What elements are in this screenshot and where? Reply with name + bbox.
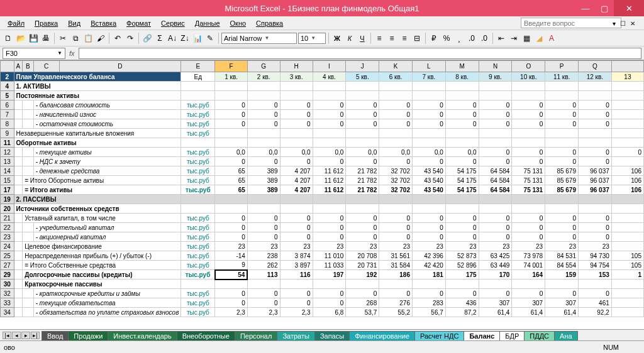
sheet-tab-Ана[interactable]: Ана	[554, 331, 578, 340]
cell[interactable]	[379, 204, 413, 214]
cell[interactable]	[346, 195, 379, 204]
menu-tools[interactable]: Сервис	[156, 18, 190, 29]
cell[interactable]: 0	[346, 223, 379, 232]
cell[interactable]	[313, 91, 346, 100]
row-header-12[interactable]: 12	[1, 148, 14, 157]
col-header-M[interactable]: M	[445, 61, 479, 72]
sheet-tab-Запасы[interactable]: Запасы	[314, 331, 350, 340]
cell[interactable]: 0	[445, 223, 479, 232]
cell[interactable]: 31 561	[379, 251, 413, 261]
cell[interactable]: 0	[445, 214, 479, 223]
cell[interactable]: 32 702	[379, 176, 413, 185]
cell[interactable]	[280, 204, 313, 214]
row-header-14[interactable]: 14	[1, 166, 14, 176]
cell[interactable]	[545, 280, 579, 289]
cell[interactable]	[512, 82, 545, 91]
cell[interactable]	[346, 204, 379, 214]
cell[interactable]	[512, 204, 545, 214]
cell[interactable]: 0	[445, 157, 479, 166]
cell[interactable]	[512, 195, 545, 204]
menu-help[interactable]: Справка	[251, 18, 288, 29]
cell[interactable]: 0,0	[445, 148, 479, 157]
cell[interactable]: 23	[512, 242, 545, 251]
cell[interactable]	[247, 91, 280, 100]
cell[interactable]: 84 554	[545, 261, 579, 270]
cell[interactable]	[413, 129, 446, 138]
bold-icon[interactable]: Ж	[331, 33, 343, 44]
cell[interactable]	[578, 204, 611, 214]
row-header-24[interactable]: 24	[1, 242, 14, 251]
cell[interactable]: 307	[479, 298, 512, 308]
cell[interactable]: 0	[346, 157, 379, 166]
cell[interactable]: 0	[479, 148, 512, 157]
cell[interactable]: 0	[578, 100, 611, 110]
cell[interactable]: 32 702	[379, 185, 413, 195]
cell[interactable]	[346, 91, 379, 100]
cell[interactable]: 0	[578, 223, 611, 232]
menu-edit[interactable]: Правка	[30, 18, 63, 29]
cell[interactable]: 0	[280, 110, 313, 119]
cell[interactable]	[413, 138, 446, 148]
cell[interactable]	[215, 138, 248, 148]
redo-icon[interactable]: ↷	[125, 33, 136, 44]
cell[interactable]: 389	[247, 176, 280, 185]
row-header-30[interactable]: 30	[1, 280, 14, 289]
cell[interactable]: 20 708	[346, 251, 379, 261]
cell[interactable]: 23	[280, 242, 313, 251]
workbook-window-controls[interactable]: ▾ ☐ ✕	[608, 18, 641, 29]
align-center-icon[interactable]: ≡	[386, 33, 397, 44]
cell[interactable]: 53,7	[346, 308, 379, 317]
cell[interactable]: 23	[313, 242, 346, 251]
cell[interactable]: 3 874	[280, 251, 313, 261]
cell[interactable]	[611, 204, 643, 214]
cell[interactable]: 55,2	[379, 308, 413, 317]
fill-color-icon[interactable]: ◢	[533, 33, 545, 44]
cell[interactable]: 11 612	[313, 185, 346, 195]
cell[interactable]: 0	[545, 223, 579, 232]
cell[interactable]: 175	[445, 270, 479, 280]
cell[interactable]: 192	[346, 270, 379, 280]
cell[interactable]	[313, 138, 346, 148]
cell[interactable]: 65	[215, 185, 248, 195]
cell[interactable]	[545, 129, 579, 138]
row-header-25[interactable]: 25	[1, 251, 14, 261]
increase-decimal-icon[interactable]: .0	[466, 33, 477, 44]
cell[interactable]	[379, 129, 413, 138]
cell[interactable]	[346, 138, 379, 148]
cell[interactable]: 54 175	[445, 176, 479, 185]
font-color-icon[interactable]: A	[546, 33, 557, 44]
cell[interactable]	[247, 82, 280, 91]
tab-nav-last[interactable]: ▸|	[31, 332, 40, 339]
cell[interactable]	[611, 138, 643, 148]
cell[interactable]	[346, 82, 379, 91]
cell[interactable]: 21 782	[346, 185, 379, 195]
cell[interactable]: 0	[247, 298, 280, 308]
cell[interactable]: 164	[512, 270, 545, 280]
cell[interactable]: 0	[280, 100, 313, 110]
hyperlink-icon[interactable]: 🔗	[142, 33, 153, 44]
row-header-23[interactable]: 23	[1, 232, 14, 242]
cell[interactable]: 94 754	[578, 261, 611, 270]
cell[interactable]: 0	[445, 119, 479, 129]
cell[interactable]	[479, 82, 512, 91]
cell[interactable]: 0	[445, 289, 479, 298]
sheet-tab-Баланс[interactable]: Баланс	[464, 331, 500, 340]
cell[interactable]	[413, 82, 446, 91]
cell[interactable]: 0,0	[413, 148, 446, 157]
cell[interactable]: 0	[445, 110, 479, 119]
cell[interactable]	[445, 280, 479, 289]
row-header-11[interactable]: 11	[1, 138, 14, 148]
cell[interactable]: 307	[545, 298, 579, 308]
cell[interactable]: 0	[512, 119, 545, 129]
sort-desc-icon[interactable]: Z↓	[179, 33, 191, 44]
cell[interactable]: 21 782	[346, 166, 379, 176]
cell[interactable]: 0	[379, 100, 413, 110]
cell[interactable]	[445, 138, 479, 148]
cell[interactable]	[247, 195, 280, 204]
cell[interactable]: 87,2	[445, 308, 479, 317]
cell[interactable]: 0	[280, 214, 313, 223]
cell[interactable]: 389	[247, 185, 280, 195]
cell[interactable]: 0,0	[215, 148, 248, 157]
cell[interactable]: 105	[611, 261, 643, 270]
cell[interactable]: 0	[280, 119, 313, 129]
